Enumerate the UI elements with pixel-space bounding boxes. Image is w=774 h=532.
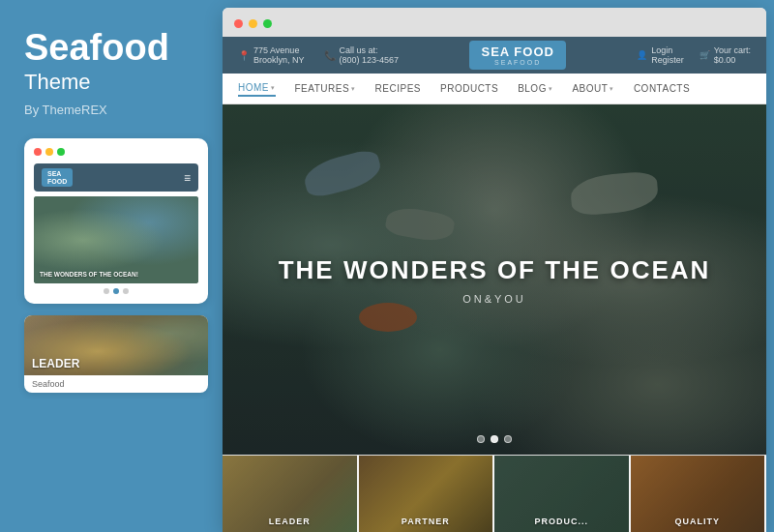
topbar-contacts: 📍 775 Avenue Brooklyn, NY 📞 Call us at: … [238,45,399,65]
thumb-leader-label: LEADER [223,517,357,526]
thumb-partner-label: PARTNER [359,517,493,526]
cart-label: Your cart: [714,45,751,55]
hero-slider-dots [477,435,512,443]
mobile-nav-dot-2[interactable] [113,288,119,294]
browser-dot-yellow[interactable] [249,19,257,28]
hero-title: THE WONDERS OF THE OCEAN [279,255,711,285]
topbar-phone: 📞 Call us at: (800) 123-4567 [324,45,400,65]
nav-features-arrow: ▾ [351,85,356,93]
login-label: Login [651,45,684,55]
mobile-dot-green [57,148,65,156]
hero-dot-1[interactable] [477,435,485,443]
topbar-cart[interactable]: 🛒 Your cart: $0.00 [700,45,751,65]
cart-total: $0.00 [714,55,751,65]
nav-products[interactable]: PRODUCTS [440,81,498,96]
mobile-preview-card: SEA FOOD ≡ THE WONDERS OF THE OCEAN! [24,138,208,304]
topbar-address: 📍 775 Avenue Brooklyn, NY [238,45,305,65]
site-logo[interactable]: SEA FOOD SEAFOOD [469,41,565,70]
address-line1: 775 Avenue [253,45,305,55]
nav-contacts[interactable]: CONTACTS [634,81,690,96]
hero-dot-2[interactable] [491,435,498,443]
nav-home-arrow: ▾ [271,84,276,92]
phone-icon: 📞 [324,50,336,61]
topbar-actions: 👤 Login Register 🛒 Your cart: $0.00 [637,45,751,65]
main-title: Seafood [24,29,203,68]
author-credit: By ThemeREX [24,103,203,117]
mobile-dot-red [34,148,42,156]
mobile-hero-text: THE WONDERS OF THE OCEAN! [40,271,138,278]
location-icon: 📍 [238,50,250,61]
mobile-dot-yellow [45,148,53,156]
nav-recipes[interactable]: RECIPES [375,81,421,96]
site-navigation: HOME ▾ FEATURES ▾ RECIPES PRODUCTS BLOG … [223,74,766,104]
user-icon: 👤 [637,50,647,60]
nav-about-arrow: ▾ [610,85,614,93]
logo-sub-text: SEAFOOD [481,59,553,66]
nav-blog[interactable]: BLOG ▾ [518,81,552,96]
mobile-bottom-card: LEADER Seafood [24,315,208,393]
left-panel: Seafood Theme By ThemeREX SEA FOOD ≡ THE… [0,0,223,532]
nav-about[interactable]: ABOUT ▾ [572,81,613,96]
bottom-card-image: LEADER [24,315,208,375]
thumb-leader[interactable]: LEADER [223,456,359,532]
mobile-logo: SEA FOOD [42,168,73,187]
hero-content: THE WONDERS OF THE OCEAN ON&YOU [279,255,711,305]
hero-subtitle: ON&YOU [279,293,711,305]
site-topbar: 📍 775 Avenue Brooklyn, NY 📞 Call us at: … [223,37,766,74]
thumb-quality[interactable]: QUALITY [631,456,767,532]
nav-home[interactable]: HOME ▾ [238,80,276,97]
cart-icon: 🛒 [700,50,710,60]
mobile-nav-dot-3[interactable] [123,288,129,294]
phone-label: Call us at: [340,45,400,55]
nav-blog-arrow: ▾ [549,85,553,93]
mobile-logo-text: SEA FOOD [47,170,67,185]
browser-dot-green[interactable] [263,19,272,28]
register-label: Register [651,55,684,65]
hamburger-icon[interactable]: ≡ [184,171,191,185]
hero-dot-3[interactable] [504,435,512,443]
thumbnail-row: LEADER PARTNER PRODUC... QUALITY [223,455,766,532]
browser-dot-red[interactable] [234,19,243,28]
topbar-user-menu[interactable]: 👤 Login Register [637,45,684,65]
thumb-products[interactable]: PRODUC... [494,456,631,532]
thumb-quality-label: QUALITY [631,517,765,526]
thumb-products-label: PRODUC... [494,517,629,526]
mobile-hero-image: THE WONDERS OF THE OCEAN! [34,196,198,283]
bottom-card-label: LEADER [32,357,79,370]
thumb-partner[interactable]: PARTNER [359,456,495,532]
bottom-card-subtitle: Seafood [24,375,208,393]
website-content: 📍 775 Avenue Brooklyn, NY 📞 Call us at: … [223,37,766,532]
logo-main-text: SEA FOOD [481,44,553,59]
mobile-topbar: SEA FOOD ≡ [34,163,198,192]
browser-window: 📍 775 Avenue Brooklyn, NY 📞 Call us at: … [223,8,766,532]
hero-section: THE WONDERS OF THE OCEAN ON&YOU [223,104,766,455]
address-line2: Brooklyn, NY [253,55,305,65]
browser-chrome [223,8,766,37]
nav-features[interactable]: FEATURES ▾ [295,81,356,96]
mobile-nav-dot-1[interactable] [104,288,109,294]
phone-number: (800) 123-4567 [340,55,400,65]
mobile-traffic-lights [34,148,198,156]
main-subtitle: Theme [24,70,203,95]
mobile-nav-dots [34,288,198,294]
